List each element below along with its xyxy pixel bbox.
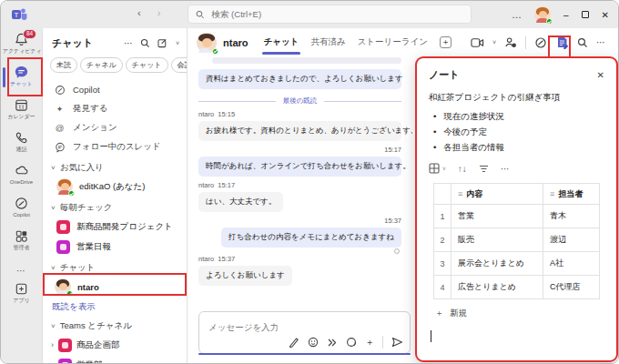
bullet-item[interactable]: •各担当者の情報 — [429, 140, 604, 156]
chat-list-title: チャット — [52, 36, 117, 50]
section-teams-channels[interactable]: ˅ Teams とチャネル — [43, 318, 187, 335]
add-tab-button[interactable]: ＋ — [440, 36, 452, 48]
list-item-followed-threads[interactable]: フォロー中のスレッド — [43, 137, 187, 157]
section-favorites[interactable]: ˅ お気に入り — [43, 159, 187, 177]
copilot-icon — [14, 196, 29, 211]
tab-chat[interactable]: チャット — [264, 29, 299, 56]
unread-divider: 最後の既読 — [198, 96, 401, 106]
video-call-icon[interactable] — [471, 37, 484, 48]
video-call-chevron-icon[interactable]: ˅ — [492, 39, 496, 46]
team-row-product-planning[interactable]: › 商品企画部 — [43, 335, 187, 355]
message-list: 資料はまとめておきましたので、よろしくお願いします 最後の既読 ntaro 15… — [188, 57, 412, 308]
message-incoming[interactable]: ntaro 15:17 はい、大丈夫です。 — [198, 181, 401, 212]
new-chat-icon[interactable] — [157, 38, 168, 48]
nav-back-button[interactable]: ‹ — [137, 7, 141, 18]
message-outgoing[interactable]: 資料はまとめておきましたので、よろしくお願いします — [198, 68, 401, 89]
search-input[interactable] — [209, 8, 463, 20]
rail-item-calendar[interactable]: カレンダー — [1, 95, 42, 127]
table-icon — [429, 163, 440, 174]
chat-row-ntaro[interactable]: ntaro — [43, 277, 187, 297]
chat-list-more-button[interactable]: ⋯ — [124, 38, 133, 48]
format-icon[interactable] — [289, 337, 299, 348]
list-item-copilot[interactable]: Copilot — [43, 80, 187, 99]
conversation-search-icon[interactable] — [577, 37, 588, 48]
status-available-icon — [546, 18, 553, 25]
team-icon-red — [56, 220, 70, 234]
chat-row-newproduct-project[interactable]: 新商品開発プロジェクト — [43, 217, 187, 237]
table-row[interactable]: 3 展示会とりまとめ A社 — [434, 252, 600, 276]
notes-doc-title[interactable]: 和紅茶プロジェクトの引継ぎ事項 — [429, 92, 604, 104]
message-outgoing[interactable]: 15:37 打ち合わせの内容をメモにまとめておきますね — [198, 217, 401, 254]
video-clip-icon[interactable] — [327, 338, 338, 348]
new-chat-chevron-icon[interactable]: ˅ — [176, 40, 179, 46]
bullet-item[interactable]: •今後の予定 — [429, 125, 604, 140]
minimize-button[interactable]: – — [563, 10, 569, 20]
filter-channels[interactable]: チャネル — [80, 57, 123, 73]
filter-chat[interactable]: チャット — [126, 57, 168, 73]
team-icon-magenta — [56, 240, 70, 254]
filter-meeting-chat[interactable]: 会議チャット — [171, 57, 188, 73]
list-item-discover[interactable]: ✦ 発見する — [43, 99, 187, 118]
table-row[interactable]: 2 販売 渡辺 — [434, 228, 600, 252]
profile-avatar[interactable] — [534, 6, 551, 23]
admin-icon — [14, 228, 29, 244]
rail-item-apps[interactable]: アプリ — [1, 278, 42, 311]
filter-unread[interactable]: 未読 — [50, 57, 77, 73]
table-more-button[interactable]: ⋯ — [501, 164, 510, 174]
avatar[interactable] — [197, 33, 217, 53]
notes-title: ノート — [429, 68, 597, 82]
show-read-link[interactable]: 既読を表示 — [43, 297, 187, 315]
rail-item-calls[interactable]: 通話 — [1, 127, 42, 160]
plus-icon: ＋ — [435, 308, 443, 319]
rail-item-copilot[interactable]: Copilot — [1, 193, 42, 226]
notes-panel: ノート ✕ 和紅茶プロジェクトの引継ぎ事項 •現在の進捗状況 •今後の予定 •各… — [415, 56, 618, 362]
maximize-button[interactable] — [582, 11, 589, 18]
loop-component-icon[interactable] — [346, 337, 357, 348]
avatar — [55, 278, 71, 295]
table-header-row: ≡内容 ≡担当者 — [434, 184, 600, 205]
message-composer[interactable]: ＋ — [198, 311, 411, 354]
table-row[interactable]: 4 広告とりまとめ C代理店 — [434, 276, 600, 299]
message-outgoing[interactable]: 15:17 時間があれば、オンラインで打ち合わせをお願いします。 — [198, 146, 401, 177]
message-incoming[interactable]: ntaro 15:15 お疲れ様です。資料のとりまとめ、ありがとうございます。 — [198, 110, 401, 141]
conversation-more-button[interactable]: ⋯ — [596, 37, 605, 47]
column-header-content[interactable]: ≡内容 — [452, 184, 543, 205]
chat-list-panel: チャット ⋯ ˅ 未読 チャネル チャット 会議チャット Copilot ✦ — [42, 28, 188, 364]
sort-button[interactable]: ↑↓ — [458, 164, 467, 174]
nav-forward-button[interactable]: › — [157, 7, 161, 18]
rail-item-chat[interactable]: チャット — [1, 62, 42, 95]
titlebar-more-button[interactable]: … — [512, 9, 522, 20]
notes-close-icon[interactable]: ✕ — [597, 70, 604, 80]
rail-item-onedrive[interactable]: OneDrive — [1, 160, 42, 193]
attach-plus-icon[interactable]: ＋ — [365, 338, 374, 347]
table-row[interactable]: 1 営業 青木 — [434, 205, 600, 228]
chat-row-sales-daily[interactable]: 営業日報 — [43, 237, 187, 257]
tab-storyline[interactable]: ストーリーライン — [358, 29, 428, 56]
bullet-item[interactable]: •現在の進捗状況 — [429, 109, 604, 125]
rail-item-admin[interactable]: 管理者 — [1, 226, 42, 258]
chat-row-editkao[interactable]: editKaO (あなた) — [43, 177, 187, 197]
send-icon[interactable] — [391, 337, 403, 348]
text-cursor — [431, 330, 431, 342]
emoji-icon[interactable] — [308, 337, 319, 348]
chat-filter-search-icon[interactable] — [140, 38, 150, 48]
chevron-down-icon: ˅ — [442, 166, 446, 172]
message-incoming[interactable]: ntaro 15:37 よろしくお願いします — [198, 255, 401, 286]
add-people-icon[interactable] — [504, 36, 517, 48]
section-morning-check[interactable]: ˅ 毎朝チェック — [43, 199, 187, 217]
message-input[interactable] — [207, 321, 402, 333]
notes-icon[interactable] — [555, 35, 569, 49]
rail-item-activity[interactable]: 84 アクティビティ — [1, 29, 42, 62]
rail-more-button[interactable]: ⋯ — [1, 258, 42, 278]
search-box[interactable] — [188, 5, 472, 24]
filter-icon[interactable] — [479, 165, 489, 173]
team-row-sales-dept[interactable]: › 営業部 — [43, 355, 187, 364]
list-item-mentions[interactable]: @ メンション — [43, 118, 187, 137]
insert-table-button[interactable]: ˅ — [429, 163, 446, 174]
close-button[interactable]: ✕ — [602, 10, 609, 20]
section-chat[interactable]: ˅ チャット — [43, 259, 187, 277]
tab-shared[interactable]: 共有済み — [310, 29, 345, 56]
add-row-button[interactable]: ＋ 新規 — [435, 308, 604, 319]
column-header-owner[interactable]: ≡担当者 — [543, 184, 600, 205]
loop-app-icon[interactable] — [534, 36, 547, 49]
